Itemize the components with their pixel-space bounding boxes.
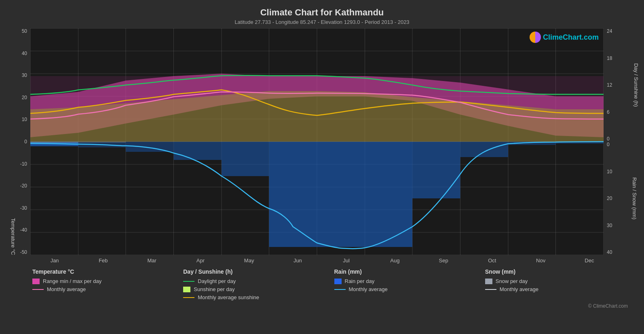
legend-sunshine-title: Day / Sunshine (h) [183, 268, 334, 275]
legend-temp-range: Range min / max per day [32, 278, 183, 284]
legend-sunshine-avg: Monthly average sunshine [183, 294, 334, 300]
legend-rain-title: Rain (mm) [334, 268, 485, 275]
y-axis-left: Temperature °C 50 40 30 20 10 0 -10 -20 … [8, 28, 30, 255]
legend-rain: Rain (mm) Rain per day Monthly average [334, 268, 485, 302]
legend-swatch-temp-range [32, 279, 40, 284]
month-apr: Apr [176, 257, 225, 264]
legend-line-rain-avg [334, 289, 346, 290]
legend-temp-avg-label: Monthly average [47, 286, 86, 292]
legend-temp-range-label: Range min / max per day [43, 278, 101, 284]
month-feb: Feb [79, 257, 127, 264]
month-mar: Mar [128, 257, 176, 264]
month-sep: Sep [419, 257, 468, 264]
svg-rect-36 [460, 142, 508, 157]
legend-snow-per-day: Snow per day [485, 278, 636, 284]
legend-line-temp-avg [32, 289, 44, 290]
legend-rain-avg-label: Monthly average [349, 286, 388, 292]
logo-icon-top [530, 32, 541, 43]
legend-area: Temperature °C Range min / max per day M… [32, 268, 636, 302]
legend-snow-avg-label: Monthly average [500, 286, 538, 292]
y-axis-left-label: Temperature °C [10, 28, 16, 255]
month-jun: Jun [273, 257, 322, 264]
svg-rect-34 [222, 142, 269, 176]
legend-swatch-sunshine [183, 287, 190, 292]
svg-rect-32 [126, 142, 173, 152]
legend-sunshine-avg-label: Monthly average sunshine [198, 294, 259, 300]
legend-sunshine-per-day: Sunshine per day [183, 286, 334, 292]
legend-daylight-label: Daylight per day [198, 278, 236, 284]
legend-snow-title: Snow (mm) [485, 268, 636, 275]
legend-swatch-snow [485, 279, 492, 284]
svg-rect-35 [412, 142, 460, 198]
svg-rect-29 [269, 142, 413, 247]
legend-sunshine-per-day-label: Sunshine per day [194, 286, 234, 292]
legend-daylight: Daylight per day [183, 278, 334, 284]
month-may: May [225, 257, 273, 264]
legend-snow: Snow (mm) Snow per day Monthly average [485, 268, 636, 302]
page-container: Climate Chart for Kathmandu Latitude 27.… [0, 0, 644, 334]
legend-temperature-title: Temperature °C [32, 268, 183, 275]
month-jul: Jul [322, 257, 371, 264]
legend-rain-avg: Monthly average [334, 286, 485, 292]
legend-rain-per-day-label: Rain per day [345, 278, 375, 284]
svg-rect-40 [78, 142, 126, 143]
chart-svg [30, 28, 604, 255]
legend-temperature: Temperature °C Range min / max per day M… [32, 268, 183, 302]
month-jan: Jan [30, 257, 79, 264]
watermark-top: ClimeChart.com [530, 32, 599, 43]
month-oct: Oct [468, 257, 516, 264]
watermark-text-top: ClimeChart.com [543, 33, 599, 42]
y-axis-right: 24 18 12 6 0 Day / Sunshine (h) 0 10 20 … [604, 28, 636, 255]
chart-title: Climate Chart for Kathmandu [8, 7, 636, 18]
legend-rain-per-day: Rain per day [334, 278, 485, 284]
month-aug: Aug [371, 257, 419, 264]
y-axis-right-sunshine-label: Day / Sunshine (h) [633, 63, 640, 107]
chart-subtitle: Latitude 27.733 - Longitude 85.247 - Ele… [8, 19, 636, 25]
x-axis: Jan Feb Mar Apr May Jun Jul Aug Sep Oct … [30, 255, 614, 264]
svg-rect-33 [174, 142, 222, 160]
legend-line-snow-avg [485, 289, 496, 290]
legend-sunshine: Day / Sunshine (h) Daylight per day Suns… [183, 268, 334, 302]
legend-snow-per-day-label: Snow per day [496, 278, 528, 284]
legend-swatch-rain [334, 279, 342, 284]
legend-snow-avg: Monthly average [485, 286, 636, 292]
chart-area-wrapper: Temperature °C 50 40 30 20 10 0 -10 -20 … [8, 28, 636, 255]
legend-temp-avg: Monthly average [32, 286, 183, 292]
legend-line-sunshine-avg [183, 297, 194, 298]
svg-rect-39 [30, 142, 78, 143]
copyright: © ClimeChart.com [8, 303, 628, 309]
y-axis-right-rain-label: Rain / Snow (mm) [631, 177, 637, 219]
legend-line-daylight [183, 281, 194, 282]
month-dec: Dec [565, 257, 614, 264]
chart-main: ClimeChart.com ClimeChart.com [30, 28, 604, 255]
month-nov: Nov [517, 257, 565, 264]
